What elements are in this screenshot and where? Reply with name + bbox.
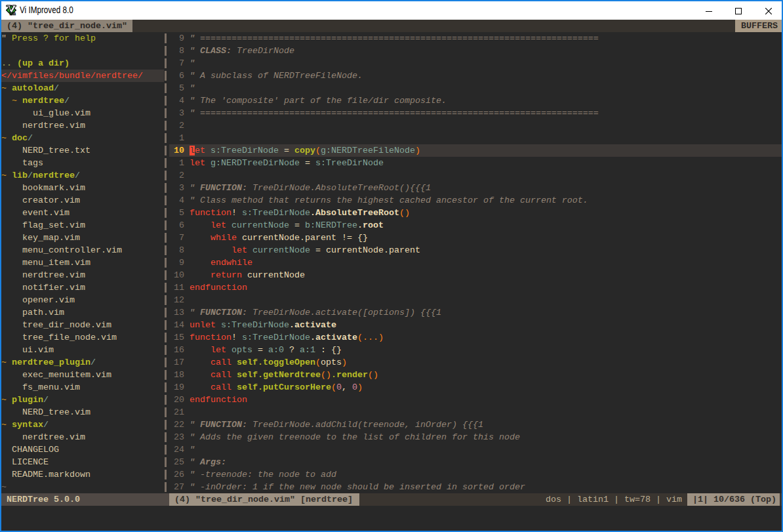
svg-text:im: im: [10, 10, 16, 16]
